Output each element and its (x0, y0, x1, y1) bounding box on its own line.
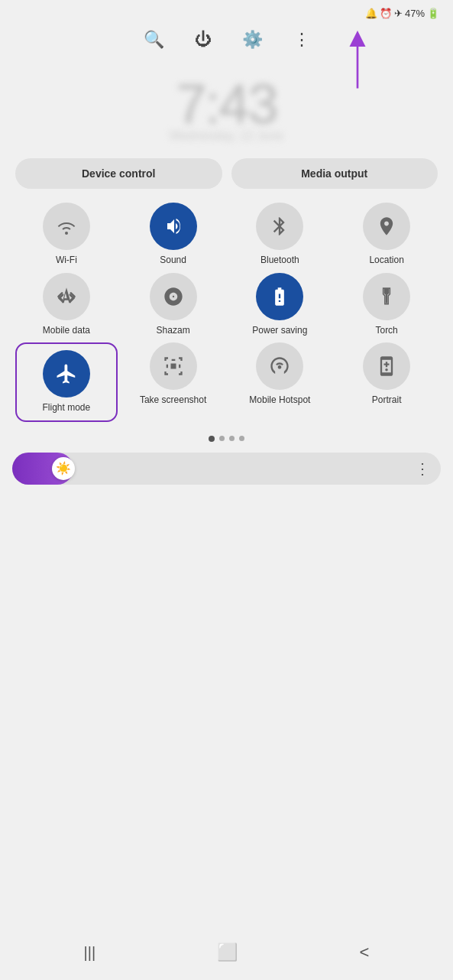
tile-shazam[interactable]: Shazam (122, 273, 225, 337)
portrait-label: Portrait (372, 394, 402, 407)
tile-flightmode-wrapper[interactable]: Flight mode (15, 342, 118, 422)
flightmode-label: Flight mode (43, 402, 91, 414)
tile-sound[interactable]: Sound (122, 203, 225, 267)
settings-button[interactable]: ⚙️ (242, 30, 263, 50)
hotspot-icon (256, 342, 303, 390)
nav-bar: ||| ⬜ < (0, 925, 453, 980)
wifi-icon (43, 203, 90, 250)
sound-label: Sound (160, 255, 186, 267)
tile-mobiledata[interactable]: Mobile data (15, 273, 118, 337)
home-button[interactable]: ⬜ (217, 943, 238, 962)
tile-wifi[interactable]: Wi-Fi (15, 203, 118, 267)
dot-4 (239, 436, 244, 441)
dot-2 (219, 436, 225, 441)
battery-percent: 47% (405, 8, 425, 19)
brightness-menu-icon[interactable]: ⋮ (415, 459, 430, 478)
clock-date: Wednesday, 12 June (0, 129, 453, 143)
tile-hotspot[interactable]: Mobile Hotspot (229, 342, 332, 422)
mobiledata-label: Mobile data (43, 325, 90, 337)
dot-1 (209, 436, 215, 442)
panel-top-row: Device control Media output (12, 158, 441, 189)
location-icon (363, 203, 410, 250)
recent-apps-button[interactable]: ||| (84, 944, 96, 962)
dot-3 (229, 436, 235, 441)
mobiledata-icon (43, 273, 90, 320)
tile-screenshot[interactable]: Take screenshot (122, 342, 225, 422)
tile-location[interactable]: Location (335, 203, 438, 267)
location-label: Location (369, 255, 403, 267)
status-bar: 🔔 ⏰ ✈ 47% 🔋 (0, 0, 453, 19)
tile-portrait[interactable]: Portrait (335, 342, 438, 422)
bluetooth-icon (256, 203, 303, 250)
screenshot-label: Take screenshot (140, 394, 206, 407)
search-button[interactable]: 🔍 (144, 30, 164, 50)
top-controls: 🔍 ⏻ ⚙️ ⋮ (0, 22, 453, 57)
portrait-icon (363, 342, 410, 390)
clock-area: 7:43 Wednesday, 12 June (0, 73, 453, 143)
wifi-label: Wi-Fi (56, 255, 77, 267)
brightness-bar[interactable]: ☀️ ⋮ (12, 453, 441, 485)
clock-time: 7:43 (0, 73, 453, 135)
hotspot-label: Mobile Hotspot (249, 394, 310, 407)
media-output-button[interactable]: Media output (231, 158, 438, 189)
brightness-thumb: ☀️ (52, 457, 75, 480)
tile-bluetooth[interactable]: Bluetooth (229, 203, 332, 267)
device-control-button[interactable]: Device control (15, 158, 222, 189)
torch-label: Torch (375, 325, 397, 337)
tile-powersaving[interactable]: Power saving (229, 273, 332, 337)
screenshot-icon (150, 342, 197, 390)
bluetooth-label: Bluetooth (260, 255, 299, 267)
shazam-icon (150, 273, 197, 320)
powersaving-icon (256, 273, 303, 320)
flightmode-icon (43, 350, 90, 398)
quick-panel: Device control Media output Wi-Fi Sound (0, 158, 453, 442)
clock-icon: ⏰ (380, 8, 392, 19)
torch-icon (363, 273, 410, 320)
back-button[interactable]: < (360, 943, 370, 962)
powersaving-label: Power saving (252, 325, 307, 337)
battery-icon: 🔋 (427, 8, 439, 19)
more-options-button[interactable]: ⋮ (293, 30, 310, 50)
pagination-dots (12, 436, 441, 442)
alarm-icon: 🔔 (365, 8, 377, 19)
status-icons: 🔔 ⏰ ✈ 47% 🔋 (365, 8, 439, 19)
sound-icon (150, 203, 197, 250)
shazam-label: Shazam (157, 325, 190, 337)
tile-torch[interactable]: Torch (335, 273, 438, 337)
airplane-icon: ✈ (394, 8, 403, 19)
tiles-grid: Wi-Fi Sound Bluetooth (12, 203, 441, 422)
power-button[interactable]: ⏻ (195, 30, 212, 50)
